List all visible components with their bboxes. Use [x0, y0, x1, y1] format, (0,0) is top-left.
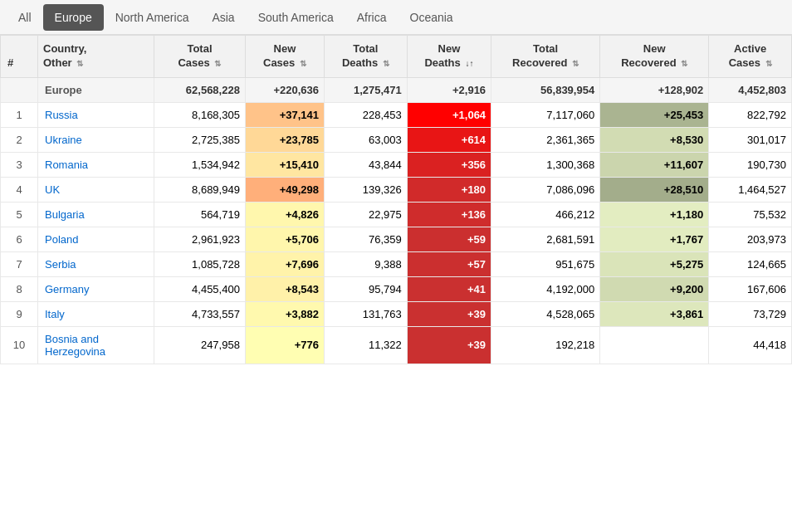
col-total-recovered: TotalRecovered ⇅ — [491, 36, 600, 78]
cell-new-recovered: +1,180 — [600, 202, 709, 227]
cell-rank: 10 — [1, 326, 38, 364]
cell-total-cases: 247,958 — [154, 326, 246, 364]
table-row: 8 Germany 4,455,400 +8,543 95,794 +41 4,… — [1, 276, 792, 301]
cell-total-cases: 564,719 — [154, 202, 246, 227]
cell-new-recovered: +3,861 — [600, 301, 709, 326]
cell-new-cases: +23,785 — [245, 127, 324, 152]
country-link[interactable]: Italy — [45, 308, 65, 320]
cell-total-recovered: 951,675 — [491, 251, 600, 276]
summary-new-cases: +220,636 — [245, 77, 324, 102]
cell-total-deaths: 11,322 — [325, 326, 408, 364]
sort-icon-new-deaths[interactable]: ↓↑ — [465, 58, 473, 69]
cell-rank: 7 — [1, 251, 38, 276]
cell-rank: 6 — [1, 227, 38, 251]
country-link[interactable]: Poland — [45, 233, 78, 246]
nav-tab-north-america[interactable]: North America — [104, 4, 201, 31]
country-link[interactable]: UK — [45, 183, 60, 196]
cell-country: Bulgaria — [38, 202, 154, 227]
cell-active-cases: 73,729 — [709, 301, 792, 326]
sort-icon-active-cases[interactable]: ⇅ — [765, 58, 772, 69]
cell-new-deaths: +1,064 — [407, 102, 491, 127]
cell-new-recovered — [600, 326, 709, 364]
cell-country: UK — [38, 177, 154, 202]
cell-country: Russia — [38, 102, 154, 127]
col-new-cases: NewCases ⇅ — [245, 36, 324, 78]
cell-new-cases: +37,141 — [245, 102, 324, 127]
covid-table: # Country,Other ⇅ TotalCases ⇅ NewCases … — [0, 35, 792, 364]
cell-total-cases: 1,534,942 — [154, 152, 246, 177]
nav-tabs: AllEuropeNorth AmericaAsiaSouth AmericaA… — [0, 0, 792, 35]
country-link[interactable]: Russia — [45, 109, 78, 121]
cell-total-recovered: 7,086,096 — [491, 177, 600, 202]
sort-icon-total-deaths[interactable]: ⇅ — [383, 58, 389, 69]
cell-new-cases: +7,696 — [245, 251, 324, 276]
cell-rank: 9 — [1, 301, 38, 326]
summary-new-recovered: +128,902 — [600, 77, 709, 102]
summary-country: Europe — [38, 77, 154, 102]
cell-new-recovered: +1,767 — [600, 227, 709, 251]
sort-icon-country[interactable]: ⇅ — [76, 58, 83, 69]
cell-active-cases: 822,792 — [709, 102, 792, 127]
cell-rank: 8 — [1, 276, 38, 301]
table-body: Europe 62,568,228 +220,636 1,275,471 +2,… — [1, 77, 792, 364]
cell-new-deaths: +59 — [407, 227, 491, 251]
sort-icon-total-cases[interactable]: ⇅ — [214, 58, 221, 69]
summary-total-deaths: 1,275,471 — [325, 77, 408, 102]
nav-tab-all[interactable]: All — [7, 4, 43, 31]
cell-rank: 3 — [1, 152, 38, 177]
cell-total-recovered: 2,361,365 — [491, 127, 600, 152]
nav-tab-oceania[interactable]: Oceania — [398, 4, 465, 31]
table-row: 6 Poland 2,961,923 +5,706 76,359 +59 2,6… — [1, 227, 792, 251]
cell-country: Ukraine — [38, 127, 154, 152]
cell-country: Poland — [38, 227, 154, 251]
col-total-cases-label: TotalCases — [178, 42, 212, 69]
col-active-cases-label: ActiveCases — [729, 42, 766, 69]
cell-active-cases: 190,730 — [709, 152, 792, 177]
cell-total-recovered: 4,528,065 — [491, 301, 600, 326]
cell-active-cases: 203,973 — [709, 227, 792, 251]
table-header: # Country,Other ⇅ TotalCases ⇅ NewCases … — [1, 36, 792, 78]
cell-new-cases: +776 — [245, 326, 324, 364]
table-row: 10 Bosnia and Herzegovina 247,958 +776 1… — [1, 326, 792, 364]
col-new-recovered-label: NewRecovered — [621, 42, 676, 69]
cell-active-cases: 1,464,527 — [709, 177, 792, 202]
cell-total-recovered: 466,212 — [491, 202, 600, 227]
cell-active-cases: 167,606 — [709, 276, 792, 301]
cell-country: Bosnia and Herzegovina — [38, 326, 154, 364]
cell-active-cases: 124,665 — [709, 251, 792, 276]
country-link[interactable]: Romania — [45, 159, 88, 171]
sort-icon-total-recovered[interactable]: ⇅ — [572, 58, 579, 69]
country-link[interactable]: Ukraine — [45, 134, 82, 146]
cell-total-recovered: 192,218 — [491, 326, 600, 364]
country-link[interactable]: Bosnia and Herzegovina — [45, 333, 105, 358]
cell-new-deaths: +39 — [407, 326, 491, 364]
cell-new-recovered: +11,607 — [600, 152, 709, 177]
cell-new-recovered: +9,200 — [600, 276, 709, 301]
cell-new-cases: +5,706 — [245, 227, 324, 251]
country-link[interactable]: Bulgaria — [45, 208, 85, 221]
cell-total-deaths: 76,359 — [325, 227, 408, 251]
cell-total-cases: 2,961,923 — [154, 227, 246, 251]
cell-active-cases: 44,418 — [709, 326, 792, 364]
nav-tab-europe[interactable]: Europe — [43, 4, 104, 31]
cell-new-recovered: +5,275 — [600, 251, 709, 276]
cell-total-deaths: 139,326 — [325, 177, 408, 202]
country-link[interactable]: Serbia — [45, 258, 76, 271]
sort-icon-new-cases[interactable]: ⇅ — [300, 58, 306, 69]
cell-rank: 5 — [1, 202, 38, 227]
table-row: 9 Italy 4,733,557 +3,882 131,763 +39 4,5… — [1, 301, 792, 326]
cell-total-recovered: 7,117,060 — [491, 102, 600, 127]
summary-total-recovered: 56,839,954 — [491, 77, 600, 102]
cell-total-cases: 8,168,305 — [154, 102, 246, 127]
cell-total-deaths: 95,794 — [325, 276, 408, 301]
country-link[interactable]: Germany — [45, 283, 89, 295]
cell-new-recovered: +25,453 — [600, 102, 709, 127]
cell-new-deaths: +614 — [407, 127, 491, 152]
nav-tab-asia[interactable]: Asia — [200, 4, 246, 31]
cell-active-cases: 301,017 — [709, 127, 792, 152]
sort-icon-new-recovered[interactable]: ⇅ — [681, 58, 687, 69]
cell-total-recovered: 2,681,591 — [491, 227, 600, 251]
cell-new-recovered: +8,530 — [600, 127, 709, 152]
nav-tab-africa[interactable]: Africa — [345, 4, 398, 31]
nav-tab-south-america[interactable]: South America — [247, 4, 345, 31]
